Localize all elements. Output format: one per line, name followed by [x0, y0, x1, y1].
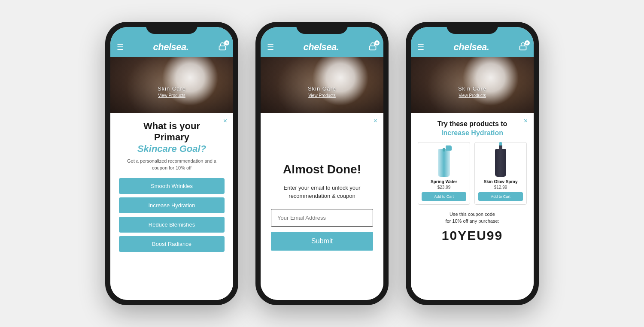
bottle-dark-icon — [495, 149, 506, 177]
app-logo-1: chelsea. — [153, 42, 189, 53]
add-to-cart-button-1[interactable]: Add to Cart — [422, 192, 466, 201]
app-logo-2: chelsea. — [304, 42, 339, 53]
menu-icon-2[interactable]: ☰ — [267, 43, 274, 51]
phone-inner-1: ☰ chelsea. 0 Skin Care View Products × W… — [110, 27, 233, 300]
menu-icon-1[interactable]: ☰ — [117, 43, 124, 51]
hero-link-2[interactable]: View Products — [308, 93, 336, 98]
product-price-1: $23.99 — [437, 185, 451, 190]
cart-container-1[interactable]: 0 — [218, 42, 227, 52]
add-to-cart-button-2[interactable]: Add to Cart — [478, 192, 523, 201]
products-close-button[interactable]: × — [524, 117, 528, 125]
email-close-button[interactable]: × — [374, 117, 377, 125]
product-image-skin-glow — [495, 147, 506, 177]
option-reduce-blemishes[interactable]: Reduce Blemishes — [119, 217, 225, 233]
email-submit-button[interactable]: Submit — [271, 232, 373, 251]
notch-2 — [296, 22, 348, 34]
cart-badge-3: 0 — [525, 40, 530, 45]
notch-1 — [146, 22, 197, 34]
phone-inner-3: ☰ chelsea. 0 Skin Care View Products × T… — [411, 27, 534, 300]
email-subtitle: Enter your email to unlock your recommen… — [271, 184, 373, 200]
cart-container-3[interactable]: 0 — [519, 42, 527, 52]
svg-rect-0 — [219, 46, 226, 50]
products-popup: × Try these products to Increase Hydrati… — [411, 113, 534, 300]
bottle-spray-icon — [438, 149, 450, 177]
product-card-2: Skin Glow Spray $12.99 Add to Cart — [474, 142, 527, 205]
email-popup: × Almost Done! Enter your email to unloc… — [261, 113, 383, 300]
cart-container-2[interactable]: 0 — [368, 42, 377, 52]
hero-category-3: Skin Care — [458, 85, 486, 92]
hero-link-3[interactable]: View Products — [459, 93, 486, 98]
option-boost-radiance[interactable]: Boost Radiance — [119, 236, 225, 252]
email-input[interactable] — [271, 209, 373, 227]
product-image-spring-water — [438, 147, 450, 177]
menu-icon-3[interactable]: ☰ — [417, 43, 424, 51]
coupon-code: 10YEU99 — [418, 228, 527, 243]
product-title-accent: Increase Hydration — [441, 129, 503, 136]
app-logo-3: chelsea. — [454, 42, 489, 53]
phones-container: ☰ chelsea. 0 Skin Care View Products × W… — [105, 22, 539, 305]
phone-products: ☰ chelsea. 0 Skin Care View Products × T… — [406, 22, 539, 305]
quiz-subtitle: Get a personalized recommendation and a … — [119, 158, 225, 171]
svg-rect-1 — [370, 46, 376, 50]
products-grid: Spring Water $23.99 Add to Cart Skin Glo… — [418, 142, 527, 205]
quiz-popup: × What is your Primary Skincare Goal? Ge… — [110, 113, 233, 300]
product-title: Try these products to Increase Hydration — [418, 120, 527, 138]
email-title: Almost Done! — [271, 162, 373, 177]
quiz-title-accent: Skincare Goal? — [137, 143, 206, 154]
product-price-2: $12.99 — [494, 185, 507, 190]
svg-rect-2 — [520, 46, 526, 50]
quiz-close-button[interactable]: × — [223, 117, 227, 125]
product-name-1: Spring Water — [431, 179, 457, 184]
phone-quiz: ☰ chelsea. 0 Skin Care View Products × W… — [105, 22, 238, 305]
coupon-instruction: Use this coupon codefor 10% off any purc… — [418, 211, 527, 225]
notch-3 — [447, 22, 498, 34]
product-name-2: Skin Glow Spray — [484, 179, 518, 184]
hero-category-1: Skin Care — [158, 85, 186, 92]
hero-link-1[interactable]: View Products — [158, 93, 185, 98]
quiz-title: What is your Primary Skincare Goal? — [119, 121, 225, 154]
option-increase-hydration[interactable]: Increase Hydration — [119, 197, 225, 213]
cart-badge-1: 0 — [224, 40, 229, 45]
option-smooth-wrinkles[interactable]: Smooth Wrinkles — [119, 178, 225, 194]
cart-badge-2: 0 — [374, 40, 380, 45]
product-card-1: Spring Water $23.99 Add to Cart — [418, 142, 470, 205]
phone-email: ☰ chelsea. 0 Skin Care View Products × A… — [255, 22, 389, 305]
phone-inner-2: ☰ chelsea. 0 Skin Care View Products × A… — [261, 27, 383, 300]
hero-category-2: Skin Care — [308, 85, 336, 92]
